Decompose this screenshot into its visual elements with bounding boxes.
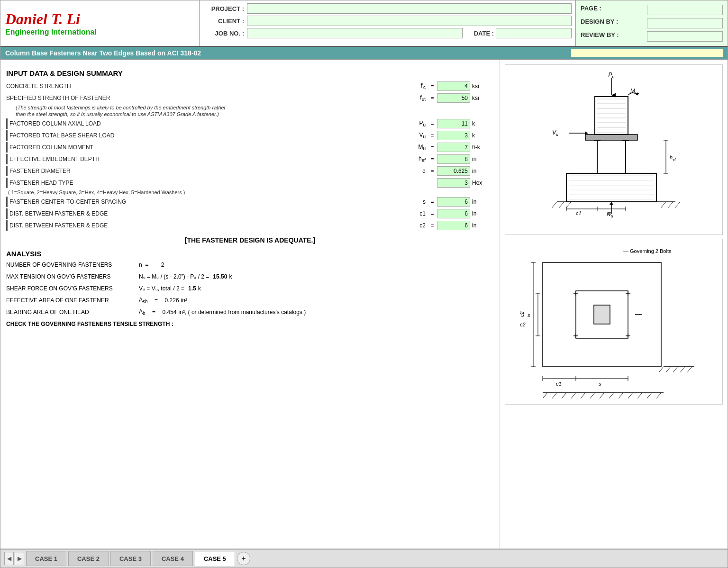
company-name: Daniel T. Li: [5, 10, 194, 28]
edge1-val[interactable]: 6: [437, 209, 470, 218]
eff-area-label: EFFECTIVE AREA OF ONE FASTENER: [6, 297, 139, 304]
svg-line-88: [562, 393, 566, 398]
client-label: CLIENT :: [203, 18, 246, 25]
bearing-area-row: BEARING AREA OF ONE HEAD Ab = 0.454 in²,…: [6, 307, 494, 317]
svg-line-80: [659, 367, 664, 372]
jobno-input[interactable]: [247, 28, 463, 38]
eff-area-unit: in²: [181, 297, 187, 304]
svg-text:hef: hef: [670, 154, 676, 162]
svg-text:s: s: [528, 312, 530, 318]
shear-force-unit: k: [198, 285, 201, 292]
analysis-title: ANALYSIS: [6, 250, 494, 258]
svg-text:Vu: Vu: [552, 129, 558, 137]
eff-area-val: 0.226: [165, 297, 179, 304]
svg-rect-21: [566, 173, 656, 202]
shear-load-label: FACTORED TOTAL BASE SHEAR LOAD: [8, 132, 399, 139]
edge2-label: DIST. BETWEEN FASTENER & EDGE: [8, 222, 399, 229]
svg-line-91: [590, 393, 595, 398]
svg-line-44: [559, 202, 564, 207]
svg-text:c2: c2: [520, 322, 526, 327]
moment-label: FACTORED COLUMN MOMENT: [8, 144, 399, 151]
axial-load-row: FACTORED COLUMN AXIAL LOAD Pu = 11 k: [6, 118, 494, 129]
project-input[interactable]: [247, 3, 572, 14]
num-fasteners-val: 2: [161, 261, 164, 268]
axial-load-val[interactable]: 11: [437, 119, 470, 128]
tab-case1[interactable]: CASE 1: [26, 551, 66, 566]
svg-line-81: [666, 367, 671, 372]
bearing-area-unit: in², ( or determined from manufactures’s…: [179, 309, 306, 316]
shear-load-row: FACTORED TOTAL BASE SHEAR LOAD Vu = 3 k: [6, 130, 494, 141]
head-type-note: ( 1=Square, 2=Heavy Square, 3=Hex, 4=Hea…: [8, 189, 494, 195]
tab-case4[interactable]: CASE 4: [153, 551, 193, 566]
axial-load-unit: k: [470, 120, 494, 127]
review-by-input[interactable]: [647, 31, 723, 42]
moment-row: FACTORED COLUMN MOMENT Mu = 7 ft-k: [6, 142, 494, 153]
edge2-val[interactable]: 6: [437, 221, 470, 230]
company-sub: Engineering International: [5, 28, 194, 36]
tab-case2[interactable]: CASE 2: [68, 551, 109, 566]
tabs-bar: ◀ ▶ CASE 1 CASE 2 CASE 3 CASE 4 CASE 5 +: [0, 549, 728, 568]
tab-prev-arrow[interactable]: ◀: [4, 552, 14, 565]
edge2-unit: in: [470, 222, 494, 229]
spacing-unit: in: [470, 198, 494, 205]
spacing-val[interactable]: 6: [437, 197, 470, 207]
max-tension-unit: k: [229, 273, 232, 280]
embedment-val[interactable]: 8: [437, 154, 470, 164]
date-input[interactable]: [496, 28, 572, 38]
num-fasteners-row: NUMBER OF GOVERNING FASTENERS n = 2: [6, 260, 494, 270]
note1: (The strength of most fastenings is like…: [16, 105, 494, 110]
tab-add-button[interactable]: +: [237, 552, 250, 565]
num-fasteners-label: NUMBER OF GOVERNING FASTENERS: [6, 261, 139, 268]
svg-line-86: [543, 393, 547, 398]
adequate-msg: [THE FASTENER DESIGN IS ADEQUATE.]: [6, 236, 494, 244]
axial-load-label: FACTORED COLUMN AXIAL LOAD: [8, 120, 399, 127]
date-label: DATE :: [472, 30, 496, 37]
fastener-strength-unit: ksi: [470, 95, 494, 101]
bearing-area-val: 0.454: [163, 309, 177, 316]
page-title: Column Base Fasteners Near Two Edges Bas…: [5, 49, 571, 57]
svg-line-98: [656, 393, 661, 398]
embedment-unit: in: [470, 156, 494, 162]
svg-line-96: [637, 393, 642, 398]
page-input[interactable]: [647, 5, 723, 15]
head-type-label: FASTENER HEAD TYPE: [8, 180, 399, 186]
concrete-strength-val[interactable]: 4: [437, 81, 470, 91]
max-tension-label: MAX TENSION ON GOV’G FASTENERS: [6, 273, 139, 280]
tab-next-arrow[interactable]: ▶: [15, 552, 24, 565]
moment-val[interactable]: 7: [437, 143, 470, 152]
jobno-label: JOB NO. :: [203, 30, 246, 37]
svg-line-93: [609, 393, 614, 398]
svg-line-90: [581, 393, 585, 398]
svg-line-46: [661, 202, 666, 207]
shear-force-formula: Vᵤ = Vᵤ, total / 2 =: [139, 285, 184, 292]
shear-force-label: SHEAR FORCE ON GOV’G FASTENERS: [6, 285, 139, 292]
head-type-val[interactable]: 3: [437, 178, 470, 188]
shear-load-unit: k: [470, 132, 494, 139]
svg-line-84: [687, 367, 692, 372]
svg-text:s: s: [599, 381, 601, 387]
tab-case5[interactable]: CASE 5: [195, 551, 235, 566]
spacing-label: FASTENER CENTER-TO-CENTER SPACING: [8, 198, 399, 205]
svg-line-94: [619, 393, 623, 398]
design-by-input[interactable]: [647, 18, 723, 28]
tab-case3[interactable]: CASE 3: [110, 551, 151, 566]
svg-line-47: [668, 202, 673, 207]
max-tension-formula: Nᵤ = Mᵤ / (s - 2.0”) - Pᵤ / 2 =: [139, 273, 209, 280]
head-type-unit: Hex: [470, 180, 494, 186]
check-label: CHECK THE GOVERNING FASTENERS TENSILE ST…: [6, 321, 173, 327]
check-row: CHECK THE GOVERNING FASTENERS TENSILE ST…: [6, 319, 494, 329]
fastener-strength-val[interactable]: 50: [437, 93, 470, 103]
bearing-area-label: BEARING AREA OF ONE HEAD: [6, 309, 139, 316]
concrete-strength-unit: ksi: [470, 83, 494, 90]
fastener-strength-label: SPECIFIED STRENGTH OF FASTENER: [6, 95, 399, 101]
svg-text:s: s: [608, 210, 611, 216]
diagram-top: Pu Mu Vu: [505, 64, 723, 235]
client-input[interactable]: [247, 16, 572, 26]
svg-line-89: [571, 393, 576, 398]
eff-area-row: EFFECTIVE AREA OF ONE FASTENER Asb = 0.2…: [6, 295, 494, 306]
diameter-val[interactable]: 0.625: [437, 166, 470, 176]
diameter-label: FASTENER DIAMETER: [8, 168, 399, 174]
shear-load-val[interactable]: 3: [437, 131, 470, 140]
svg-line-48: [675, 202, 680, 207]
project-label: PROJECT :: [203, 5, 246, 12]
